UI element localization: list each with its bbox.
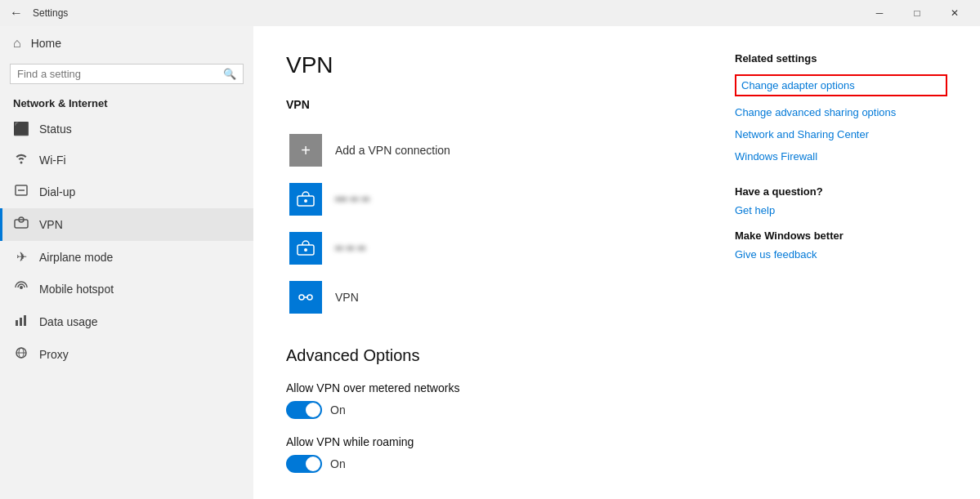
toggle-roaming-label: Allow VPN while roaming [286, 435, 702, 448]
toggle-roaming-container: On [286, 455, 702, 473]
toggle-metered-container: On [286, 401, 702, 419]
vpn-item-1[interactable]: ••• •• •• [286, 176, 702, 222]
advanced-title: Advanced Options [286, 346, 702, 365]
toggle-roaming[interactable] [286, 455, 322, 473]
sidebar-item-data-usage[interactable]: Data usage [0, 305, 253, 338]
svg-rect-7 [24, 315, 26, 326]
svg-rect-2 [15, 220, 28, 228]
change-sharing-options-link[interactable]: Change advanced sharing options [735, 106, 947, 118]
vpn-item-3-icon [289, 281, 322, 314]
related-settings-title: Related settings [735, 52, 947, 65]
vpn-item-1-label: ••• •• •• [335, 193, 369, 206]
vpn-item-2-label: •• •• •• [335, 242, 365, 255]
titlebar: ← Settings ─ □ ✕ [0, 0, 980, 26]
network-sharing-center-link[interactable]: Network and Sharing Center [735, 128, 947, 140]
airplane-icon: ✈ [13, 249, 29, 265]
change-adapter-options-link[interactable]: Change adapter options [735, 74, 947, 96]
data-usage-icon [13, 314, 29, 330]
content-area: VPN VPN + Add a VPN connection [253, 26, 980, 499]
sidebar-item-wifi[interactable]: Wi-Fi [0, 145, 253, 176]
sidebar-section-title: Network & Internet [0, 91, 253, 113]
have-question-title: Have a question? [735, 185, 947, 198]
add-vpn-label: Add a VPN connection [335, 144, 450, 157]
home-icon: ⌂ [13, 36, 21, 51]
get-help-link[interactable]: Get help [735, 204, 947, 216]
vpn-item-1-icon [289, 183, 322, 216]
minimize-button[interactable]: ─ [861, 0, 898, 26]
main-layout: ⌂ Home 🔍 Network & Internet ⬛ Status Wi-… [0, 26, 980, 499]
search-box[interactable]: 🔍 [10, 64, 244, 84]
sidebar-item-vpn[interactable]: VPN [0, 208, 253, 241]
sidebar-item-home[interactable]: ⌂ Home [0, 26, 253, 60]
page-title: VPN [286, 52, 702, 78]
status-icon: ⬛ [13, 121, 29, 136]
sidebar-item-dialup[interactable]: Dial-up [0, 176, 253, 208]
search-icon: 🔍 [223, 68, 236, 80]
toggle-roaming-row: Allow VPN while roaming On [286, 435, 702, 473]
toggle-metered-label: Allow VPN over metered networks [286, 381, 702, 394]
right-panel: Related settings Change adapter options … [735, 52, 947, 473]
windows-firewall-link[interactable]: Windows Firewall [735, 150, 947, 163]
proxy-icon [13, 346, 29, 363]
sidebar-item-proxy[interactable]: Proxy [0, 338, 253, 371]
toggle-metered-state: On [330, 403, 346, 417]
advanced-options-section: Advanced Options Allow VPN over metered … [286, 346, 702, 473]
svg-point-16 [307, 295, 312, 300]
toggle-metered-row: Allow VPN over metered networks On [286, 381, 702, 419]
main-content: VPN VPN + Add a VPN connection [286, 52, 702, 473]
vpn-item-3-label: VPN [335, 291, 359, 304]
sidebar: ⌂ Home 🔍 Network & Internet ⬛ Status Wi-… [0, 26, 253, 499]
close-button[interactable]: ✕ [936, 0, 973, 26]
vpn-item-3[interactable]: VPN [286, 274, 702, 320]
back-button[interactable]: ← [7, 3, 26, 23]
home-label: Home [31, 37, 61, 50]
hotspot-icon [13, 281, 29, 297]
sidebar-item-status[interactable]: ⬛ Status [0, 113, 253, 145]
vpn-item-2-icon [289, 232, 322, 265]
vpn-icon [13, 216, 29, 233]
app-title: Settings [33, 7, 861, 19]
dialup-icon [13, 184, 29, 200]
maximize-button[interactable]: □ [898, 0, 936, 26]
add-vpn-icon: + [289, 134, 322, 167]
svg-point-12 [304, 199, 307, 203]
sidebar-item-airplane[interactable]: ✈ Airplane mode [0, 241, 253, 273]
window-controls: ─ □ ✕ [861, 0, 973, 26]
vpn-list: VPN + Add a VPN connection ••• [286, 98, 702, 320]
toggle-metered[interactable] [286, 401, 322, 419]
toggle-roaming-state: On [330, 457, 346, 470]
search-input[interactable] [17, 68, 223, 80]
svg-point-14 [304, 248, 307, 252]
sidebar-item-hotspot[interactable]: Mobile hotspot [0, 273, 253, 305]
wifi-icon [13, 153, 29, 167]
vpn-item-2[interactable]: •• •• •• [286, 225, 702, 271]
make-windows-better-title: Make Windows better [735, 229, 947, 242]
svg-rect-5 [16, 320, 18, 326]
svg-point-15 [299, 295, 304, 300]
svg-rect-6 [20, 318, 22, 326]
divider1 [735, 172, 947, 185]
give-feedback-link[interactable]: Give us feedback [735, 248, 947, 261]
vpn-section-title: VPN [286, 98, 702, 111]
svg-point-4 [20, 286, 23, 289]
add-vpn-item[interactable]: + Add a VPN connection [286, 127, 702, 173]
